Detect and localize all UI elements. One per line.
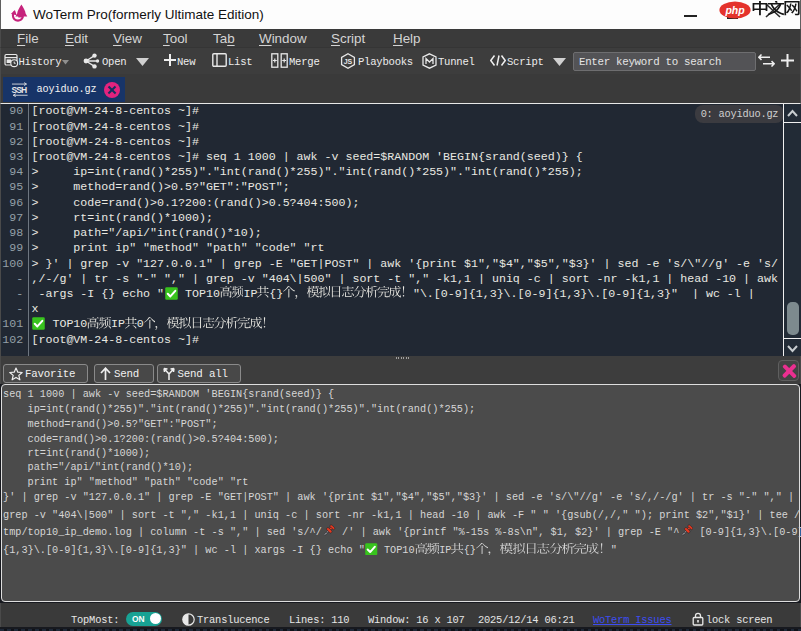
svg-text:php: php <box>724 4 745 16</box>
svg-text:JS: JS <box>344 58 353 65</box>
svg-text:SSH: SSH <box>11 85 27 95</box>
